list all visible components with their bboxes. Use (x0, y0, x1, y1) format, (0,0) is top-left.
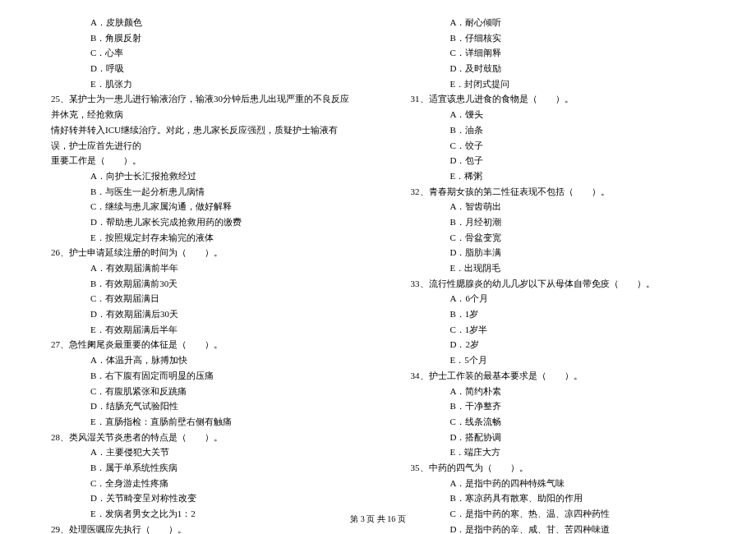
q25-option-c: C．继续与患儿家属沟通，做好解释 (41, 199, 356, 214)
q24-option-d: D．呼吸 (41, 61, 356, 76)
q33-option-a: A．6个月 (401, 291, 716, 306)
q31-option-c: C．饺子 (401, 138, 716, 154)
q34-option-b: B．干净整齐 (401, 398, 716, 414)
q32-option-e: E．出现阴毛 (401, 260, 716, 276)
q35-text: 35、中药的四气为（ ）。 (401, 460, 716, 476)
q34-option-d: D．搭配协调 (401, 430, 716, 445)
q33-option-d: D．2岁 (401, 337, 716, 352)
q25-text-line3: 重要工作是（ ）。 (41, 153, 356, 168)
q34-option-a: A．简约朴素 (401, 384, 716, 399)
q27-option-a: A．体温升高，脉搏加快 (41, 352, 356, 368)
left-column: A．皮肤颜色 B．角膜反射 C．心率 D．呼吸 E．肌张力 25、某护士为一患儿… (41, 15, 356, 534)
q32-option-d: D．脂肪丰满 (401, 245, 716, 260)
q35-option-b: B．寒凉药具有散寒、助阳的作用 (401, 490, 716, 506)
q25-option-b: B．与医生一起分析患儿病情 (41, 184, 356, 200)
q34-option-c: C．线条流畅 (401, 414, 716, 430)
q25-text-line2: 情好转并转入ICU继续治疗。对此，患儿家长反应强烈，质疑护士输液有误，护士应首先… (41, 122, 356, 153)
q28-option-d: D．关节畸变呈对称性改变 (41, 490, 356, 506)
q30-option-e: E．封闭式提问 (401, 76, 716, 92)
q31-option-e: E．稀粥 (401, 168, 716, 184)
q30-option-c: C．详细阐释 (401, 45, 716, 61)
q28-text: 28、类风湿关节炎患者的特点是（ ）。 (41, 430, 356, 445)
q26-option-c: C．有效期届满日 (41, 291, 356, 306)
q34-option-e: E．端庄大方 (401, 444, 716, 460)
q28-option-a: A．主要侵犯大关节 (41, 444, 356, 460)
q26-text: 26、护士申请延续注册的时间为（ ）。 (41, 245, 356, 260)
page-footer: 第 3 页 共 16 页 (0, 512, 756, 526)
q27-option-c: C．有腹肌紧张和反跳痛 (41, 384, 356, 399)
q25-text: 25、某护士为一患儿进行输液治疗，输液30分钟后患儿出现严重的不良反应并休克，经… (41, 91, 356, 122)
q31-option-a: A．馒头 (401, 107, 716, 122)
q26-option-a: A．有效期届满前半年 (41, 260, 356, 276)
q32-text: 32、青春期女孩的第二性征表现不包括（ ）。 (401, 184, 716, 200)
q24-option-b: B．角膜反射 (41, 30, 356, 46)
q27-option-e: E．直肠指检：直肠前壁右侧有触痛 (41, 414, 356, 430)
q24-option-a: A．皮肤颜色 (41, 15, 356, 30)
q25-option-a: A．向护士长汇报抢救经过 (41, 168, 356, 184)
q27-option-d: D．结肠充气试验阳性 (41, 398, 356, 414)
q30-option-b: B．仔细核实 (401, 30, 716, 46)
q27-text: 27、急性阑尾炎最重要的体征是（ ）。 (41, 337, 356, 352)
q35-option-a: A．是指中药的四种特殊气味 (401, 476, 716, 491)
q32-option-c: C．骨盆变宽 (401, 230, 716, 246)
q33-option-c: C．1岁半 (401, 322, 716, 338)
q33-option-e: E．5个月 (401, 352, 716, 368)
q28-option-c: C．全身游走性疼痛 (41, 476, 356, 491)
q25-option-d: D．帮助患儿家长完成抢救用药的缴费 (41, 214, 356, 230)
q31-text: 31、适宜该患儿进食的食物是（ ）。 (401, 91, 716, 107)
q34-text: 34、护士工作装的最基本要求是（ ）。 (401, 368, 716, 384)
q24-option-c: C．心率 (41, 45, 356, 61)
q31-option-d: D．包子 (401, 153, 716, 168)
q32-option-b: B．月经初潮 (401, 214, 716, 230)
q26-option-b: B．有效期届满前30天 (41, 276, 356, 292)
q26-option-e: E．有效期届满后半年 (41, 322, 356, 338)
q28-option-b: B．属于单系统性疾病 (41, 460, 356, 476)
q30-option-a: A．耐心倾听 (401, 15, 716, 30)
right-column: A．耐心倾听 B．仔细核实 C．详细阐释 D．及时鼓励 E．封闭式提问 31、适… (401, 15, 716, 534)
q33-text: 33、流行性腮腺炎的幼儿几岁以下从母体自带免疫（ ）。 (401, 276, 716, 292)
q25-option-e: E．按照规定封存未输完的液体 (41, 230, 356, 246)
q31-option-b: B．油条 (401, 122, 716, 138)
q32-option-a: A．智齿萌出 (401, 199, 716, 214)
q33-option-b: B．1岁 (401, 306, 716, 322)
q26-option-d: D．有效期届满后30天 (41, 306, 356, 322)
q30-option-d: D．及时鼓励 (401, 61, 716, 76)
q24-option-e: E．肌张力 (41, 76, 356, 92)
q27-option-b: B．右下腹有固定而明显的压痛 (41, 368, 356, 384)
